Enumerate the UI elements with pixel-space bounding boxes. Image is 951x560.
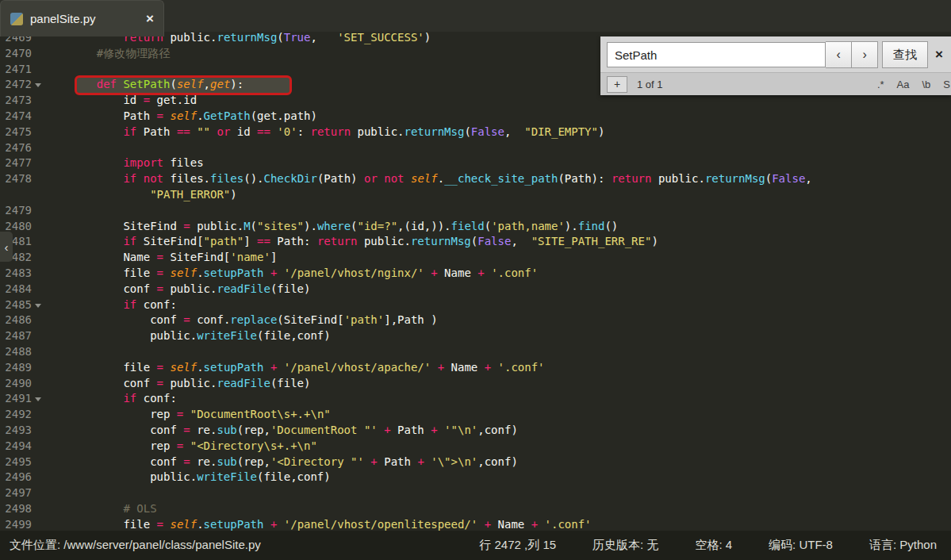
line-number: 2483 [0, 266, 44, 282]
code-line: 2480 SiteFind = public.M("sites").where(… [0, 219, 951, 235]
code-text: # OLS [44, 501, 157, 517]
code-line: 2497 [0, 485, 951, 501]
code-line: 2499 file = self.setupPath + '/panel/vho… [0, 517, 951, 531]
code-line: 2481 if SiteFind["path"] == Path: return… [0, 234, 951, 250]
code-editor[interactable]: 2469 return public.returnMsg(True, 'SET_… [0, 32, 951, 531]
whole-word-toggle[interactable]: \b [922, 79, 930, 90]
tab-panelsite[interactable]: panelSite.py × [0, 0, 164, 36]
status-history[interactable]: 历史版本: 无 [592, 538, 658, 553]
sidebar-collapse-toggle[interactable]: ‹ [0, 232, 13, 262]
status-file-location: 文件位置: /www/server/panel/class/panelSite.… [10, 538, 261, 553]
chevron-left-icon: ‹ [5, 240, 9, 254]
search-row-options: + 1 of 1 .* Aa \b S [600, 72, 951, 95]
code-text: rep = "DocumentRoot\s+.+\n" [44, 407, 331, 423]
code-text: #修改物理路径 [44, 46, 170, 62]
code-line: 2493 conf = re.sub(rep,'DocumentRoot "' … [0, 423, 951, 439]
line-number: 2476 [0, 140, 44, 156]
code-line: 2496 public.writeFile(file,conf) [0, 470, 951, 485]
code-text: conf = public.readFile(file) [44, 376, 310, 392]
code-line: 2487 public.writeFile(file,conf) [0, 328, 951, 344]
find-next-button[interactable]: › [852, 41, 878, 68]
line-number: 2471 [0, 62, 44, 78]
line-number: 2475 [0, 125, 44, 140]
status-right-group: 行 2472 ,列 15 历史版本: 无 空格: 4 编码: UTF-8 语言:… [479, 538, 941, 553]
code-text: SiteFind = public.M("sites").where("id=?… [44, 219, 618, 235]
line-number: 2490 [0, 376, 44, 392]
code-text: conf = re.sub(rep,'<Directory "' + Path … [44, 455, 518, 470]
code-text: file = self.setupPath + '/panel/vhost/op… [44, 517, 592, 531]
code-text [44, 344, 70, 360]
regex-toggle[interactable]: .* [877, 79, 884, 90]
code-line: 2492 rep = "DocumentRoot\s+.+\n" [0, 407, 951, 423]
line-number: 2492 [0, 407, 44, 423]
line-number[interactable]: 2472 [0, 77, 44, 93]
code-text [44, 140, 70, 156]
line-number: 2499 [0, 517, 44, 531]
code-line: 2495 conf = re.sub(rep,'<Directory "' + … [0, 455, 951, 470]
line-number[interactable]: 2491 [0, 391, 44, 407]
line-number [0, 187, 44, 203]
code-line: 2476 [0, 140, 951, 156]
code-line: 2478 if not files.files().CheckDir(Path)… [0, 171, 951, 187]
code-text: conf = conf.replace(SiteFind['path'],Pat… [44, 313, 438, 328]
code-line: 2474 Path = self.GetPath(get.path) [0, 109, 951, 125]
line-number: 2495 [0, 455, 44, 470]
find-prev-button[interactable]: ‹ [826, 41, 852, 68]
code-line: 2473 id = get.id [0, 93, 951, 109]
status-encoding[interactable]: 编码: UTF-8 [769, 538, 833, 553]
code-text: Path = self.GetPath(get.path) [44, 109, 317, 125]
line-number: 2496 [0, 470, 44, 485]
code-line: 2488 [0, 344, 951, 360]
search-input[interactable] [607, 42, 826, 67]
match-count: 1 of 1 [637, 79, 663, 90]
line-number: 2478 [0, 171, 44, 187]
status-spaces[interactable]: 空格: 4 [695, 538, 732, 553]
line-number: 2473 [0, 93, 44, 109]
code-text: rep = "<Directory\s+.+\n" [44, 439, 317, 455]
python-file-icon [10, 13, 23, 25]
tab-close-icon[interactable]: × [146, 11, 154, 27]
case-sensitive-toggle[interactable]: Aa [897, 79, 910, 90]
line-number: 2489 [0, 360, 44, 376]
code-line: 2477 import files [0, 155, 951, 171]
code-text: if Path == "" or id == '0': return publi… [44, 125, 604, 140]
code-line: 2485 if conf: [0, 297, 951, 313]
status-cursor-position: 行 2472 ,列 15 [479, 538, 556, 553]
line-number: 2498 [0, 501, 44, 517]
code-text: if conf: [44, 297, 177, 313]
line-number: 2484 [0, 282, 44, 297]
line-number: 2477 [0, 155, 44, 171]
line-number: 2479 [0, 203, 44, 219]
search-options: .* Aa \b S [877, 79, 950, 90]
code-line: 2491 if conf: [0, 391, 951, 407]
line-number: 2487 [0, 328, 44, 344]
code-text: if not files.files().CheckDir(Path) or n… [44, 171, 812, 187]
status-language[interactable]: 语言: Python [869, 538, 937, 553]
line-number: 2470 [0, 46, 44, 62]
s-option-toggle[interactable]: S [943, 79, 950, 90]
line-number[interactable]: 2485 [0, 297, 44, 313]
fold-arrow-icon[interactable] [35, 304, 41, 308]
chevron-left-icon: ‹ [836, 48, 840, 62]
line-number: 2488 [0, 344, 44, 360]
code-line: 2498 # OLS [0, 501, 951, 517]
chevron-right-icon: › [862, 48, 866, 62]
code-text: id = get.id [44, 93, 197, 109]
code-text: public.writeFile(file,conf) [44, 470, 331, 485]
search-close-icon[interactable]: × [935, 47, 943, 63]
code-line: "PATH_ERROR") [0, 187, 951, 203]
search-panel: ‹ › 查找 × + 1 of 1 .* Aa \b S [600, 36, 951, 95]
code-text [44, 62, 70, 78]
line-number: 2497 [0, 485, 44, 501]
fold-arrow-icon[interactable] [35, 397, 41, 401]
code-text: conf = re.sub(rep,'DocumentRoot "' + Pat… [44, 423, 518, 439]
find-button[interactable]: 查找 [882, 41, 928, 68]
code-text [44, 485, 70, 501]
fold-arrow-icon[interactable] [35, 83, 41, 87]
code-text: file = self.setupPath + '/panel/vhost/ng… [44, 266, 538, 282]
add-search-button[interactable]: + [607, 76, 627, 93]
code-line: 2482 Name = SiteFind['name'] [0, 250, 951, 266]
code-text: file = self.setupPath + '/panel/vhost/ap… [44, 360, 545, 376]
line-number: 2494 [0, 439, 44, 455]
code-line: 2489 file = self.setupPath + '/panel/vho… [0, 360, 951, 376]
